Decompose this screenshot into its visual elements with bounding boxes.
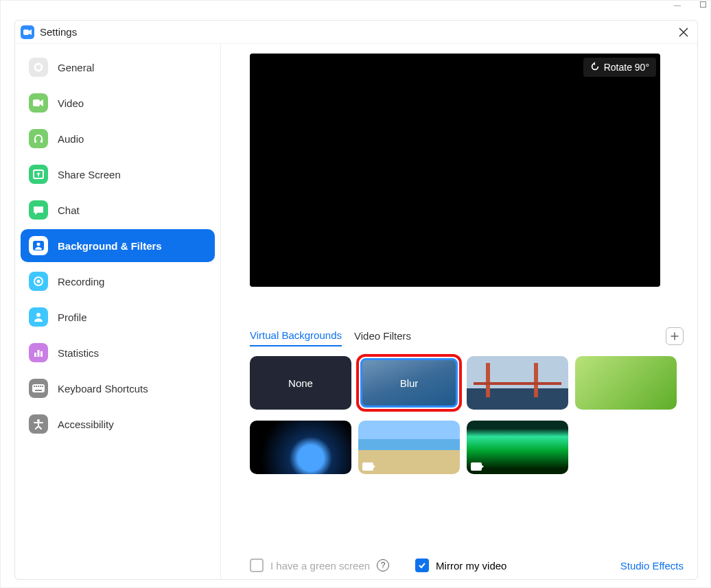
- background-label: Blur: [400, 377, 419, 389]
- background-tile-aurora[interactable]: [467, 421, 568, 474]
- svg-point-10: [37, 280, 40, 283]
- sidebar-item-recording[interactable]: Recording: [21, 265, 215, 298]
- sidebar-item-label: Statistics: [58, 347, 99, 359]
- dialog-header: Settings: [15, 21, 697, 44]
- tabs-row: Virtual Backgrounds Video Filters: [250, 325, 684, 346]
- background-tile-space[interactable]: [250, 421, 351, 474]
- sidebar-item-label: Accessibility: [58, 419, 114, 430]
- svg-rect-17: [36, 386, 37, 387]
- dialog-body: General Video Audio: [15, 44, 697, 579]
- gear-icon: [29, 58, 48, 77]
- video-badge-icon: [362, 462, 373, 471]
- backgrounds-grid: None Blur: [250, 356, 675, 474]
- svg-rect-4: [34, 140, 36, 143]
- sidebar-item-video[interactable]: Video: [21, 86, 215, 119]
- outer-minimize-icon[interactable]: —: [674, 1, 681, 15]
- sidebar-item-label: Video: [58, 97, 84, 109]
- sidebar-item-chat[interactable]: Chat: [21, 193, 215, 226]
- svg-rect-21: [35, 390, 42, 391]
- keyboard-icon: [29, 379, 48, 398]
- main-panel: Rotate 90° Virtual Backgrounds Video Fil…: [221, 44, 697, 579]
- close-button[interactable]: [675, 24, 692, 40]
- outer-app-window: — Settings General: [0, 0, 711, 588]
- rotate-icon: [590, 62, 600, 73]
- tab-virtual-backgrounds[interactable]: Virtual Backgrounds: [250, 325, 342, 346]
- add-background-button[interactable]: [666, 327, 684, 345]
- zoom-app-icon: [21, 25, 34, 39]
- person-card-icon: [29, 236, 48, 255]
- accessibility-icon: [29, 414, 48, 434]
- sidebar-item-general[interactable]: General: [21, 51, 215, 84]
- sidebar-item-label: Background & Filters: [58, 240, 162, 252]
- bottom-options-row: I have a green screen ? Mirror my video …: [250, 558, 684, 572]
- svg-rect-18: [38, 386, 39, 387]
- svg-rect-16: [34, 386, 35, 387]
- svg-point-22: [37, 419, 40, 422]
- studio-effects-link[interactable]: Studio Effects: [620, 560, 684, 572]
- svg-rect-5: [40, 140, 43, 143]
- sidebar-item-share-screen[interactable]: Share Screen: [21, 158, 215, 191]
- background-tile-beach[interactable]: [358, 421, 460, 474]
- background-tile-bridge[interactable]: [467, 356, 568, 410]
- svg-point-8: [37, 243, 40, 246]
- sidebar-item-label: Chat: [58, 204, 80, 216]
- sidebar-item-label: Recording: [58, 276, 104, 287]
- background-tile-none[interactable]: None: [250, 356, 351, 410]
- svg-rect-15: [32, 384, 45, 392]
- background-tile-blur[interactable]: Blur: [358, 356, 460, 410]
- svg-rect-13: [38, 350, 40, 357]
- mirror-video-checkbox[interactable]: [415, 558, 429, 572]
- svg-point-11: [36, 313, 40, 317]
- svg-point-2: [37, 66, 40, 69]
- stats-icon: [29, 343, 48, 362]
- rotate-label: Rotate 90°: [604, 62, 649, 73]
- sidebar-item-statistics[interactable]: Statistics: [21, 336, 215, 369]
- outer-maximize-icon[interactable]: [700, 1, 706, 8]
- rotate-90-button[interactable]: Rotate 90°: [583, 58, 656, 77]
- video-icon: [29, 93, 48, 113]
- sidebar-item-keyboard-shortcuts[interactable]: Keyboard Shortcuts: [21, 372, 215, 405]
- help-icon[interactable]: ?: [377, 559, 389, 572]
- share-screen-icon: [29, 165, 48, 184]
- dialog-title: Settings: [40, 26, 77, 38]
- mirror-video-label: Mirror my video: [436, 560, 506, 572]
- svg-rect-20: [42, 386, 43, 387]
- svg-rect-14: [40, 351, 43, 357]
- video-badge-icon: [471, 462, 482, 471]
- profile-icon: [29, 307, 48, 327]
- sidebar-item-label: Keyboard Shortcuts: [58, 383, 148, 395]
- background-tile-grass[interactable]: [575, 356, 677, 410]
- outer-window-controls: —: [643, 1, 711, 15]
- headphones-icon: [29, 129, 48, 148]
- sidebar-item-background-filters[interactable]: Background & Filters: [21, 229, 215, 262]
- svg-rect-3: [33, 99, 40, 106]
- background-label: None: [288, 377, 313, 389]
- record-icon: [29, 272, 48, 291]
- green-screen-label: I have a green screen: [270, 560, 370, 572]
- video-preview: Rotate 90°: [250, 54, 660, 287]
- sidebar-item-accessibility[interactable]: Accessibility: [21, 408, 215, 440]
- sidebar-item-label: Audio: [58, 133, 84, 145]
- settings-dialog: Settings General Video: [14, 20, 698, 580]
- sidebar-item-label: Profile: [58, 311, 87, 323]
- sidebar-item-label: General: [58, 62, 94, 73]
- tab-video-filters[interactable]: Video Filters: [354, 326, 411, 346]
- svg-rect-0: [23, 30, 29, 35]
- sidebar-item-audio[interactable]: Audio: [21, 122, 215, 155]
- svg-rect-19: [40, 386, 41, 387]
- sidebar-item-profile[interactable]: Profile: [21, 301, 215, 333]
- svg-rect-12: [34, 353, 36, 357]
- chat-icon: [29, 200, 48, 220]
- sidebar-item-label: Share Screen: [58, 169, 121, 180]
- sidebar: General Video Audio: [15, 44, 221, 579]
- green-screen-checkbox[interactable]: [250, 558, 264, 572]
